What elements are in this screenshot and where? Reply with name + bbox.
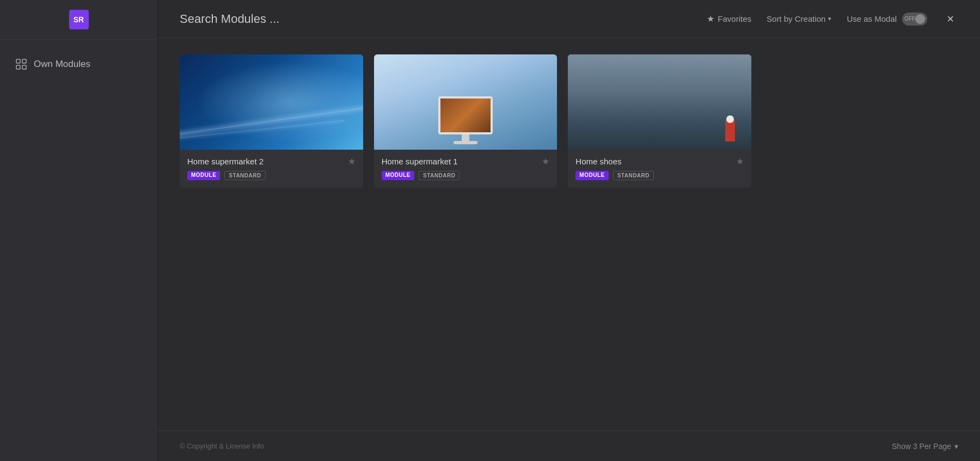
module-card-1[interactable]: Home supermarket 2 ★ MODULE STANDARD <box>180 54 363 188</box>
modal-toggle-switch[interactable]: OFF <box>902 13 927 26</box>
tag-standard-3: STANDARD <box>613 171 654 180</box>
module-info-3: Home shoes ★ MODULE STANDARD <box>568 150 751 188</box>
sidebar-nav: Own Modules <box>0 40 157 89</box>
svg-rect-0 <box>16 59 20 63</box>
tag-module-3: MODULE <box>575 171 608 180</box>
modules-grid: Home supermarket 2 ★ MODULE STANDARD <box>180 54 751 188</box>
toggle-knob <box>915 14 925 24</box>
tag-module-1: MODULE <box>187 171 220 180</box>
sidebar-logo-area: SR <box>0 0 157 40</box>
close-button[interactable]: × <box>942 11 958 27</box>
imac-stand-base <box>454 141 477 144</box>
sidebar-item-label: Own Modules <box>34 59 90 70</box>
content-area: Home supermarket 2 ★ MODULE STANDARD <box>158 38 980 431</box>
mountain-overlay <box>568 54 751 150</box>
module-title-3: Home shoes <box>575 157 621 166</box>
wave-line-1 <box>180 105 363 136</box>
module-title-row-2: Home supermarket 1 ★ <box>382 156 550 167</box>
favorites-button[interactable]: ★ Favorites <box>707 14 751 24</box>
tag-standard-2: STANDARD <box>419 171 460 180</box>
per-page-chevron-icon: ▾ <box>954 442 958 451</box>
module-fav-icon-1[interactable]: ★ <box>348 156 356 167</box>
favorites-label: Favorites <box>718 14 751 23</box>
svg-rect-2 <box>16 65 20 69</box>
main-area: Search Modules ... ★ Favorites Sort by C… <box>158 0 980 461</box>
sidebar-item-own-modules[interactable]: Own Modules <box>9 53 149 76</box>
svg-rect-1 <box>22 59 26 63</box>
sort-button[interactable]: Sort by Creation ▾ <box>767 14 831 23</box>
module-fav-icon-2[interactable]: ★ <box>542 156 549 167</box>
search-title[interactable]: Search Modules ... <box>180 12 696 26</box>
module-card-3[interactable]: Home shoes ★ MODULE STANDARD <box>568 54 751 188</box>
page-footer: © Copyright & License Info Show 3 Per Pa… <box>158 431 980 461</box>
svg-rect-3 <box>22 65 26 69</box>
chevron-down-icon: ▾ <box>828 15 831 22</box>
modal-toggle-group: Use as Modal OFF <box>847 13 927 26</box>
per-page-button[interactable]: Show 3 Per Page ▾ <box>892 442 958 451</box>
sort-label: Sort by Creation <box>767 14 825 23</box>
module-title-2: Home supermarket 1 <box>382 157 458 166</box>
module-thumbnail-2 <box>374 54 558 150</box>
module-tags-1: MODULE STANDARD <box>187 171 356 180</box>
wave-line-2 <box>180 120 344 140</box>
grid-icon <box>15 58 27 70</box>
imac-screen-inner <box>440 99 491 132</box>
module-fav-icon-3[interactable]: ★ <box>736 156 744 167</box>
hiker-figure <box>725 120 735 142</box>
imac-stand-neck <box>462 134 469 141</box>
module-tags-2: MODULE STANDARD <box>382 171 550 180</box>
logo-badge: SR <box>69 10 89 29</box>
module-title-row-1: Home supermarket 2 ★ <box>187 156 356 167</box>
module-title-1: Home supermarket 2 <box>187 157 264 166</box>
toggle-off-label: OFF <box>904 16 915 22</box>
imac-shape <box>438 96 493 144</box>
tag-module-2: MODULE <box>382 171 414 180</box>
module-card-2[interactable]: Home supermarket 1 ★ MODULE STANDARD <box>374 54 558 188</box>
module-info-1: Home supermarket 2 ★ MODULE STANDARD <box>180 150 363 188</box>
tag-standard-1: STANDARD <box>224 171 265 180</box>
page-header: Search Modules ... ★ Favorites Sort by C… <box>158 0 980 38</box>
module-title-row-3: Home shoes ★ <box>575 156 744 167</box>
sidebar: SR Own Modules <box>0 0 158 461</box>
per-page-label: Show 3 Per Page <box>892 442 951 451</box>
imac-screen <box>438 96 493 134</box>
modal-label: Use as Modal <box>847 14 897 23</box>
module-thumbnail-3 <box>568 54 751 150</box>
module-thumbnail-1 <box>180 54 363 150</box>
star-icon: ★ <box>707 14 714 24</box>
header-actions: ★ Favorites Sort by Creation ▾ Use as Mo… <box>707 11 958 27</box>
module-tags-3: MODULE STANDARD <box>575 171 744 180</box>
module-info-2: Home supermarket 1 ★ MODULE STANDARD <box>374 150 558 188</box>
copyright-label[interactable]: © Copyright & License Info <box>180 442 264 450</box>
